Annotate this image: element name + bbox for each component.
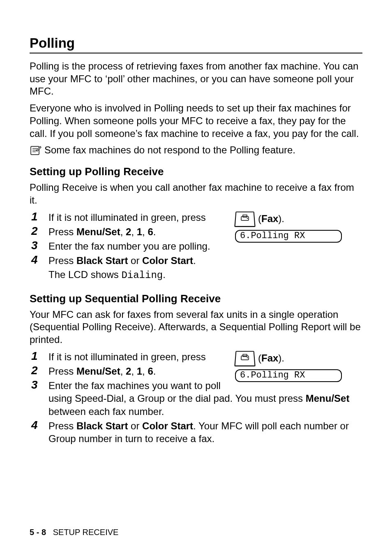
section1-step-1: 1 If it is not illuminated in green, pre… <box>30 211 362 224</box>
intro-paragraph-1: Polling is the process of retrieving fax… <box>30 60 362 98</box>
step-text: Press Menu/Set, 2, 1, 6. <box>48 226 156 237</box>
footer-section-name: SETUP RECEIVE <box>53 528 119 537</box>
page-footer: 5 - 8 SETUP RECEIVE <box>30 528 118 537</box>
section-heading-polling-receive: Setting up Polling Receive <box>30 165 362 178</box>
page-title: Polling <box>30 35 362 51</box>
section2-intro: Your MFC can ask for faxes from several … <box>30 308 362 346</box>
footer-page-number: 5 - 8 <box>30 528 46 537</box>
step-number: 1 <box>31 209 38 224</box>
section1-intro: Polling Receive is when you call another… <box>30 181 362 206</box>
step-text: Press Black Start or Color Start. Your M… <box>48 420 349 444</box>
title-rule <box>30 53 362 53</box>
section1-step-2: 2 Press Menu/Set, 2, 1, 6. <box>30 225 362 238</box>
section-heading-sequential-polling: Setting up Sequential Polling Receive <box>30 292 362 305</box>
section2-step-1: 1 If it is not illuminated in green, pre… <box>30 350 362 363</box>
step-text: Enter the fax number you are polling. <box>48 241 210 252</box>
section2-step-4: 4 Press Black Start or Color Start. Your… <box>30 419 362 445</box>
section1-steps: 1 If it is not illuminated in green, pre… <box>30 211 362 282</box>
step-number: 3 <box>31 378 38 392</box>
step-text: If it is not illuminated in green, press <box>48 351 206 362</box>
section2-steps: 1 If it is not illuminated in green, pre… <box>30 350 362 445</box>
note-icon <box>30 145 42 158</box>
step-subtext: The LCD shows Dialing. <box>48 268 362 282</box>
step-number: 4 <box>31 418 38 433</box>
section1-step-4: 4 Press Black Start or Color Start. The … <box>30 254 362 281</box>
step-text: Enter the fax machines you want to poll … <box>48 380 349 417</box>
step-number: 4 <box>31 253 38 267</box>
note-text: Some fax machines do not respond to the … <box>44 144 295 157</box>
step-number: 1 <box>31 349 38 364</box>
step-number: 2 <box>31 224 38 239</box>
note-callout: Some fax machines do not respond to the … <box>30 144 362 158</box>
section2-step-3: 3 Enter the fax machines you want to pol… <box>30 379 362 418</box>
step-text: Press Black Start or Color Start. <box>48 255 196 266</box>
intro-paragraph-2: Everyone who is involved in Polling need… <box>30 102 362 140</box>
step-text: Press Menu/Set, 2, 1, 6. <box>48 366 156 377</box>
step-number: 3 <box>31 238 38 253</box>
section1-step-3: 3 Enter the fax number you are polling. <box>30 240 362 253</box>
step-number: 2 <box>31 363 38 378</box>
section2-step-2: 2 Press Menu/Set, 2, 1, 6. <box>30 365 362 378</box>
step-text: If it is not illuminated in green, press <box>48 212 206 223</box>
